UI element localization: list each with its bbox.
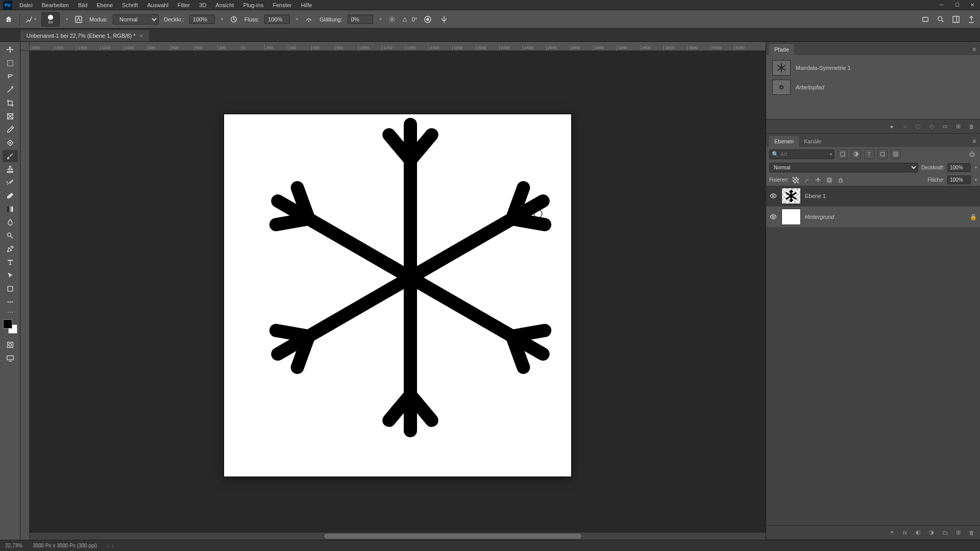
layer-thumbnail[interactable]	[781, 209, 801, 225]
scrollbar-horizontal[interactable]	[30, 533, 766, 540]
menu-datei[interactable]: Datei	[15, 1, 37, 10]
status-chevron-right[interactable]: ›	[107, 543, 109, 548]
chevron-down-icon[interactable]: ▾	[66, 17, 68, 21]
link-layers-icon[interactable]: ⚭	[887, 528, 896, 537]
more-tools[interactable]	[3, 296, 18, 308]
layer-mask-icon[interactable]: ◐	[914, 528, 923, 537]
menu-filter[interactable]: Filter	[174, 1, 194, 10]
layer-blend-select[interactable]: Normal	[769, 163, 918, 172]
ruler-horizontal[interactable]: 1800160014001200100080060040020002004006…	[30, 42, 766, 51]
dodge-tool[interactable]	[3, 230, 18, 242]
filter-toggle[interactable]: ⏻	[967, 149, 977, 159]
lasso-tool[interactable]	[3, 70, 18, 83]
crop-tool[interactable]	[3, 97, 18, 109]
lock-transparent-icon[interactable]	[792, 176, 800, 184]
layer-thumbnail[interactable]	[781, 188, 801, 204]
menu-bearbeiten[interactable]: Bearbeiten	[38, 1, 73, 10]
filter-adjust-icon[interactable]	[851, 149, 861, 159]
menu-bild[interactable]: Bild	[74, 1, 91, 10]
layer-opacity-input[interactable]	[947, 163, 971, 172]
visibility-toggle[interactable]	[769, 192, 777, 200]
channels-tab[interactable]: Kanäle	[799, 136, 826, 147]
color-swatches[interactable]	[3, 319, 17, 334]
minimize-button[interactable]: ─	[934, 0, 949, 10]
screenmode-tool[interactable]	[3, 352, 18, 364]
path-item-workpath[interactable]: Arbeitspfad	[769, 78, 977, 97]
delete-layer-icon[interactable]: 🗑	[967, 528, 976, 537]
add-mask-icon[interactable]: ▭	[940, 122, 949, 131]
menu-plugins[interactable]: Plug-ins	[239, 1, 267, 10]
paths-tab[interactable]: Pfade	[769, 44, 794, 55]
lock-nested-icon[interactable]	[825, 176, 834, 184]
chevron-down-icon[interactable]: ▾	[379, 17, 381, 21]
path-select-tool[interactable]	[3, 269, 18, 282]
menu-schrift[interactable]: Schrift	[118, 1, 142, 10]
smoothing-input[interactable]	[348, 15, 373, 24]
airbrush-icon[interactable]	[303, 14, 314, 25]
selection-from-path-icon[interactable]: ◌	[914, 122, 923, 131]
chevron-down-icon[interactable]: ▾	[296, 17, 298, 21]
marquee-tool[interactable]	[3, 57, 18, 69]
chevron-down-icon[interactable]: ▾	[221, 17, 223, 21]
shape-tool[interactable]	[3, 283, 18, 295]
blur-tool[interactable]	[3, 216, 18, 229]
filter-shape-icon[interactable]	[877, 149, 888, 159]
lock-pixels-icon[interactable]	[803, 176, 811, 184]
layers-tab[interactable]: Ebenen	[769, 136, 799, 147]
pressure-size-icon[interactable]	[422, 14, 433, 25]
chevron-down-icon[interactable]: ▾	[830, 152, 832, 157]
menu-auswahl[interactable]: Auswahl	[143, 1, 173, 10]
close-button[interactable]: ✕	[965, 0, 980, 10]
stroke-path-icon[interactable]: ○	[900, 122, 910, 131]
zoom-level[interactable]: 22,73%	[5, 543, 22, 548]
layer-group-icon[interactable]: 🗀	[940, 528, 949, 537]
brush-settings-icon[interactable]	[73, 14, 84, 25]
flow-input[interactable]	[264, 15, 290, 24]
edit-toolbar[interactable]	[3, 309, 18, 315]
pressure-opacity-icon[interactable]	[228, 14, 239, 25]
quickmask-tool[interactable]	[3, 339, 18, 351]
adjustment-layer-icon[interactable]: ◑	[927, 528, 936, 537]
ruler-vertical[interactable]	[20, 51, 30, 540]
maximize-button[interactable]: ☐	[949, 0, 965, 10]
lock-icon[interactable]: 🔒	[970, 214, 977, 220]
status-chevron-left[interactable]: ‹	[112, 543, 113, 548]
fill-path-icon[interactable]: ●	[887, 122, 896, 131]
panel-menu-icon[interactable]: ≡	[968, 44, 980, 55]
layer-ebene1[interactable]: Ebene 1	[766, 186, 980, 207]
path-to-shape-icon[interactable]: ◇	[927, 122, 936, 131]
foreground-color[interactable]	[3, 319, 12, 329]
chevron-down-icon[interactable]: ▾	[975, 165, 977, 170]
workspace-icon[interactable]	[950, 14, 962, 25]
filter-smart-icon[interactable]	[891, 149, 901, 159]
frame-tool[interactable]	[3, 110, 18, 122]
tool-preset-icon[interactable]: ▾	[25, 14, 36, 25]
layer-fill-input[interactable]	[947, 176, 971, 184]
share-icon[interactable]	[966, 14, 977, 25]
wand-tool[interactable]	[3, 84, 18, 96]
symmetry-icon[interactable]	[438, 14, 450, 25]
eyedropper-tool[interactable]	[3, 123, 18, 136]
ruler-origin[interactable]	[20, 42, 30, 51]
move-tool[interactable]	[3, 44, 18, 56]
brush-tool[interactable]	[3, 150, 18, 162]
history-brush-tool[interactable]	[3, 177, 18, 189]
canvas-viewport[interactable]	[30, 51, 766, 540]
delete-path-icon[interactable]: 🗑	[967, 122, 976, 131]
smoothing-options-icon[interactable]	[386, 14, 398, 25]
lock-position-icon[interactable]	[814, 176, 822, 184]
angle-value[interactable]: 0°	[412, 16, 418, 22]
gradient-tool[interactable]	[3, 203, 18, 215]
type-tool[interactable]	[3, 256, 18, 268]
stamp-tool[interactable]	[3, 163, 18, 176]
home-button[interactable]	[3, 14, 14, 25]
path-item-mandala[interactable]: Mandala-Symmetrie 1	[769, 58, 977, 78]
brush-preset-picker[interactable]: 89	[41, 12, 60, 27]
menu-ebene[interactable]: Ebene	[92, 1, 117, 10]
new-layer-icon[interactable]: ⊞	[953, 528, 963, 537]
layer-hintergrund[interactable]: Hintergrund 🔒	[766, 207, 980, 228]
chevron-down-icon[interactable]: ▾	[975, 178, 977, 182]
filter-type-icon[interactable]: T	[864, 149, 874, 159]
layer-filter-input[interactable]	[780, 152, 829, 157]
lock-all-icon[interactable]	[837, 176, 845, 184]
